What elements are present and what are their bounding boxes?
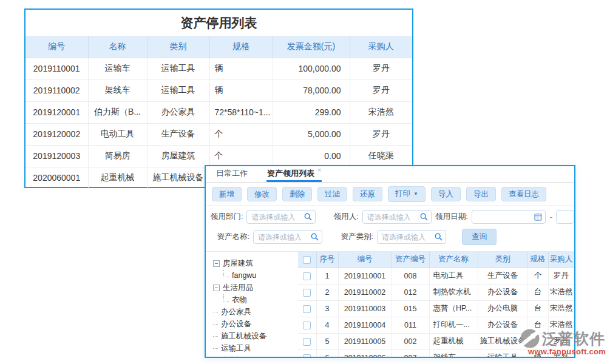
chevron-down-icon: ▼ bbox=[413, 190, 418, 198]
cell-id[interactable]: 2019110001 bbox=[338, 268, 392, 284]
cell-asset-name[interactable]: 电动工具 bbox=[429, 268, 478, 284]
table-row: 32019110003015惠普（HP...办公电脑台宋浩然 bbox=[298, 300, 574, 317]
table-row: 22019110002012制热饮水机办公设备台宋浩然 bbox=[298, 284, 574, 300]
asset-stop-list-panel: 资产停用列表 编号名称类别规格发票金额(元)采购人 2019110001运输车运… bbox=[24, 8, 413, 188]
cell-asset-no[interactable]: 011 bbox=[392, 317, 429, 333]
tree-node[interactable]: 办公家具 bbox=[213, 306, 296, 318]
toolbar-button[interactable]: 修改 bbox=[247, 187, 277, 201]
row-checkbox[interactable] bbox=[303, 289, 311, 297]
cell-id[interactable]: 2019110006 bbox=[338, 349, 392, 358]
main-content: 房屋建筑fangwu生活用品衣物办公家具办公设备施工机械设备运输工具生产设备 序… bbox=[206, 251, 574, 358]
tree-child-node[interactable]: fangwu bbox=[213, 269, 296, 281]
cell-id[interactable]: 2019110001 bbox=[25, 58, 88, 79]
cell-buyer[interactable]: 罗丹 bbox=[350, 79, 412, 101]
cell-asset-no[interactable]: 015 bbox=[392, 300, 429, 317]
cell-name[interactable]: 简易房 bbox=[88, 145, 147, 167]
toolbar-button[interactable]: 过滤 bbox=[317, 187, 347, 201]
search-icon[interactable] bbox=[304, 213, 312, 221]
tree-elbow-icon bbox=[223, 294, 229, 302]
tree-node[interactable]: 生产设备 bbox=[213, 354, 296, 358]
query-button[interactable]: 查询 bbox=[462, 229, 497, 245]
cell-buyer[interactable]: 罗丹 bbox=[548, 268, 574, 284]
dept-field-wrap bbox=[246, 210, 316, 224]
cell-category: 施工机械设备 bbox=[147, 167, 209, 189]
table-row: 12019110001008电动工具生产设备个罗丹 bbox=[298, 268, 574, 284]
cell-asset-name[interactable]: 起重机械 bbox=[429, 333, 478, 349]
calendar-icon[interactable] bbox=[534, 213, 542, 221]
row-checkbox[interactable] bbox=[303, 354, 311, 358]
tree-node[interactable]: 施工机械设备 bbox=[213, 330, 296, 342]
column-header: 编号 bbox=[25, 36, 88, 58]
table-row: 2019120002电动工具生产设备个5,000.00罗丹 bbox=[25, 123, 412, 145]
cell-asset-name[interactable]: 打印机一... bbox=[429, 317, 478, 333]
search-icon[interactable] bbox=[420, 213, 428, 221]
cell-buyer[interactable]: 宋浩然 bbox=[548, 300, 574, 317]
cell-buyer[interactable]: 罗丹 bbox=[350, 58, 412, 79]
search-icon[interactable] bbox=[311, 233, 319, 241]
column-header: 采购人 bbox=[350, 36, 412, 58]
cell-buyer[interactable]: 宋浩然 bbox=[350, 101, 412, 123]
cell-id[interactable]: 2019120003 bbox=[25, 145, 88, 167]
cell-name[interactable]: 电动工具 bbox=[88, 123, 147, 145]
tree-node[interactable]: 运输工具 bbox=[213, 342, 296, 354]
cell-asset-no[interactable]: 002 bbox=[392, 333, 429, 349]
tree-node-label: fangwu bbox=[232, 271, 256, 280]
cell-asset-name[interactable]: 制热饮水机 bbox=[429, 284, 478, 300]
select-all-checkbox[interactable] bbox=[303, 256, 311, 264]
tree-node-label: 运输工具 bbox=[221, 343, 251, 354]
tree-node[interactable]: 房屋建筑 bbox=[213, 257, 296, 269]
select-all-header bbox=[298, 252, 316, 268]
cell-asset-no[interactable]: 012 bbox=[392, 284, 429, 300]
cell-seq: 2 bbox=[316, 284, 338, 300]
cell-spec: 台 bbox=[527, 300, 548, 317]
cell-asset-name[interactable]: 架线车 bbox=[429, 349, 478, 358]
search-icon[interactable] bbox=[435, 233, 443, 241]
print-button[interactable]: 打印▼ bbox=[388, 186, 426, 202]
toolbar-button[interactable]: 查看日志 bbox=[501, 187, 546, 201]
tree-child-node[interactable]: 衣物 bbox=[213, 294, 296, 306]
row-checkbox[interactable] bbox=[303, 305, 311, 313]
row-checkbox[interactable] bbox=[303, 272, 311, 280]
cell-name[interactable]: 起重机械 bbox=[88, 167, 147, 189]
category-tree: 房屋建筑fangwu生活用品衣物办公家具办公设备施工机械设备运输工具生产设备 bbox=[206, 252, 298, 358]
cell-id[interactable]: 2019120002 bbox=[25, 123, 88, 145]
cell-asset-name[interactable]: 惠普（HP... bbox=[429, 300, 478, 317]
tree-node[interactable]: 办公设备 bbox=[213, 318, 296, 330]
cell-id[interactable]: 2020060001 bbox=[25, 167, 88, 189]
cell-name[interactable]: 运输车 bbox=[88, 58, 147, 79]
close-icon[interactable]: × bbox=[317, 166, 321, 174]
cell-name[interactable]: 架线车 bbox=[88, 79, 147, 101]
cell-id[interactable]: 2019120001 bbox=[25, 101, 88, 123]
cell-id[interactable]: 2019110002 bbox=[338, 284, 392, 300]
collapse-icon[interactable] bbox=[213, 285, 220, 291]
cell-name[interactable]: 伯力斯（B... bbox=[88, 101, 147, 123]
cell-buyer[interactable]: 罗丹 bbox=[350, 123, 412, 145]
cell-category: 房屋建筑 bbox=[147, 145, 209, 167]
toolbar-button[interactable]: 删除 bbox=[282, 187, 312, 201]
tree-node[interactable]: 生活用品 bbox=[213, 281, 296, 294]
toolbar-button[interactable]: 导入 bbox=[431, 187, 461, 201]
cell-asset-no[interactable]: 007 bbox=[392, 349, 429, 358]
table-row: 2019120003简易房房屋建筑个0.00任晓渠 bbox=[25, 145, 412, 167]
row-checkbox[interactable] bbox=[303, 322, 311, 329]
cell-select bbox=[298, 300, 316, 317]
cell-id[interactable]: 2019110004 bbox=[338, 317, 392, 333]
date-to-input[interactable] bbox=[556, 210, 574, 224]
cell-id[interactable]: 2019110002 bbox=[25, 79, 88, 101]
tab-active[interactable]: 资产领用列表× bbox=[266, 166, 322, 182]
toolbar-button[interactable]: 还原 bbox=[353, 187, 382, 201]
row-checkbox[interactable] bbox=[303, 338, 311, 346]
cell-asset-no[interactable]: 008 bbox=[392, 268, 429, 284]
table-row: 2019120001伯力斯（B...办公家具72*58*110~1...299.… bbox=[25, 101, 412, 123]
column-header: 资产名称 bbox=[429, 252, 478, 268]
collapse-icon[interactable] bbox=[213, 260, 220, 267]
cell-buyer[interactable]: 任晓渠 bbox=[350, 145, 412, 167]
cell-buyer[interactable]: 宋浩然 bbox=[548, 284, 574, 300]
toolbar-button[interactable]: 导出 bbox=[466, 187, 496, 201]
cell-id[interactable]: 2019110003 bbox=[338, 300, 392, 317]
toolbar-button[interactable]: 新增 bbox=[212, 187, 242, 201]
page-title: 资产停用列表 bbox=[25, 10, 412, 36]
filter-row-2: 资产名称: 资产类别: 查询 bbox=[211, 229, 574, 245]
cell-id[interactable]: 2019110005 bbox=[338, 333, 392, 349]
tab-inactive[interactable]: 日常工作 bbox=[215, 166, 248, 182]
